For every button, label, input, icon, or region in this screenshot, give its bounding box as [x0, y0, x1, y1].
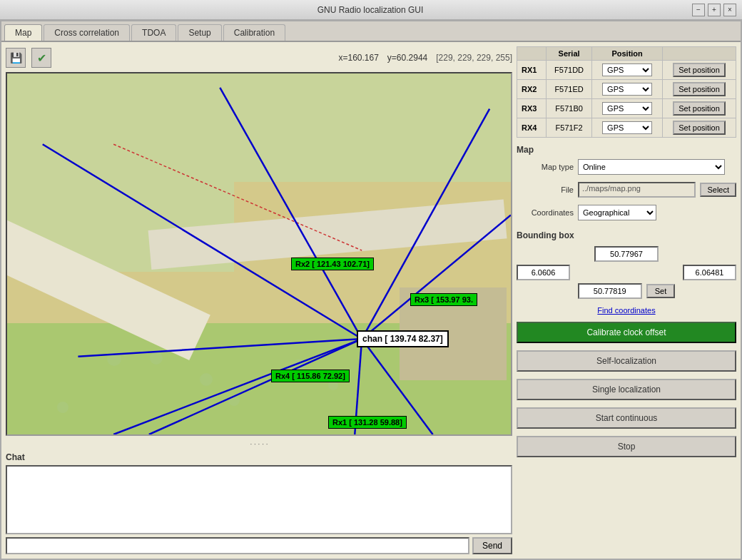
col-rx [517, 47, 547, 61]
chat-section: Chat Send [6, 452, 512, 554]
signal-lines-svg [7, 73, 511, 434]
svg-line-1 [43, 144, 362, 339]
rx2-label: Rx2 [ 121.43 102.71] [291, 258, 374, 270]
rx4-setpos[interactable]: Set position [663, 118, 736, 138]
rx4-position[interactable]: GPS [592, 118, 663, 138]
left-panel: 💾 ✔ x=160.167 y=60.2944 [229, 229, 229, … [6, 46, 512, 554]
file-label: File [517, 185, 574, 194]
main-window: Map Cross correlation TDOA Setup Calibra… [0, 20, 742, 560]
chat-label: Chat [6, 452, 512, 462]
map-area: chan [ 139.74 82.37] Rx2 [ 121.43 102.71… [7, 73, 511, 434]
rx3-setpos[interactable]: Set position [663, 99, 736, 118]
tab-bar: Map Cross correlation TDOA Setup Calibra… [1, 21, 741, 42]
rx4-id: RX4 [517, 118, 547, 138]
rx1-set-position-button[interactable]: Set position [673, 63, 725, 77]
rx2-position-select[interactable]: GPS [602, 83, 652, 96]
calibrate-button[interactable]: Calibrate clock offset [517, 322, 736, 343]
rx1-position[interactable]: GPS [592, 61, 663, 80]
rx3-set-position-button[interactable]: Set position [673, 101, 725, 116]
file-path: ../maps/map.png [578, 182, 696, 198]
rx3-serial: F571B0 [546, 99, 591, 118]
coords-display: x=160.167 y=60.2944 [229, 229, 229, 255] [338, 53, 512, 63]
rx3-position[interactable]: GPS [592, 99, 663, 118]
chat-input[interactable] [6, 537, 469, 554]
bbox-set-button[interactable]: Set [646, 284, 676, 298]
map-container[interactable]: chan [ 139.74 82.37] Rx2 [ 121.43 102.71… [6, 72, 512, 436]
self-localization-button[interactable]: Self-localization [517, 350, 736, 372]
rx-table: Serial Position RX1 F571DD GPS [517, 46, 736, 138]
tab-setup[interactable]: Setup [178, 24, 221, 41]
svg-line-4 [362, 215, 511, 339]
close-button[interactable]: × [723, 4, 736, 16]
map-section-label: Map [517, 145, 736, 155]
content-area: 💾 ✔ x=160.167 y=60.2944 [229, 229, 229, … [1, 42, 741, 559]
file-select-button[interactable]: Select [700, 183, 736, 197]
minimize-button[interactable]: − [692, 4, 705, 16]
map-type-row: Map type Online Offline [517, 159, 736, 175]
map-type-select[interactable]: Online Offline [578, 159, 725, 175]
rx1-position-select[interactable]: GPS [602, 63, 652, 76]
rx4-position-select[interactable]: GPS [602, 121, 652, 134]
coordinates-row: Coordinates Geographical [517, 205, 736, 220]
table-row: RX3 F571B0 GPS Set position [517, 99, 736, 118]
col-position: Position [592, 47, 663, 61]
maximize-button[interactable]: + [708, 4, 721, 16]
coordinates-select[interactable]: Geographical [578, 205, 656, 220]
tab-calibration[interactable]: Calibration [223, 24, 285, 41]
start-continuous-button[interactable]: Start continuous [517, 407, 736, 429]
coord-x: x=160.167 [338, 53, 378, 63]
save-button[interactable]: 💾 [6, 48, 26, 68]
file-row: File ../maps/map.png Select [517, 182, 736, 198]
chat-input-row: Send [6, 537, 512, 554]
rx4-set-position-button[interactable]: Set position [673, 121, 725, 135]
bbox-top-input[interactable] [594, 246, 659, 262]
rx3-label: Rx3 [ 153.97 93. [410, 293, 477, 306]
rx1-serial: F571DD [546, 61, 591, 80]
svg-line-0 [113, 144, 362, 250]
svg-line-8 [113, 339, 362, 434]
check-button[interactable]: ✔ [31, 48, 51, 68]
bbox-right-input[interactable] [683, 265, 736, 280]
rx3-position-select[interactable]: GPS [602, 102, 652, 115]
window-title: GNU Radio localization GUI [49, 5, 692, 15]
map-type-label: Map type [517, 163, 574, 171]
table-row: RX4 F571F2 GPS Set position [517, 118, 736, 138]
col-serial: Serial [546, 47, 591, 61]
chan-label: chan [ 139.74 82.37] [357, 330, 449, 347]
bbox-left-input[interactable] [517, 265, 570, 280]
rx2-setpos[interactable]: Set position [663, 80, 736, 99]
rx4-label: Rx4 [ 115.86 72.92] [271, 370, 350, 382]
col-action [663, 47, 736, 61]
tab-map[interactable]: Map [4, 24, 42, 41]
rx4-serial: F571F2 [546, 118, 591, 138]
bounding-box-section: Set [517, 246, 736, 299]
rx2-serial: F571ED [546, 80, 591, 99]
title-bar: GNU Radio localization GUI − + × [0, 0, 742, 20]
single-localization-button[interactable]: Single localization [517, 379, 736, 400]
rx1-id: RX1 [517, 61, 547, 80]
tab-cross-correlation[interactable]: Cross correlation [44, 24, 130, 41]
rx1-setpos[interactable]: Set position [663, 61, 736, 80]
svg-line-9 [78, 339, 362, 357]
map-toolbar: 💾 ✔ x=160.167 y=60.2944 [229, 229, 229, … [6, 46, 512, 69]
coord-rgba: [229, 229, 229, 255] [436, 53, 512, 63]
rx2-set-position-button[interactable]: Set position [673, 82, 725, 96]
rx3-id: RX3 [517, 99, 547, 118]
tab-tdoa[interactable]: TDOA [131, 24, 176, 41]
svg-line-2 [220, 88, 362, 339]
rx2-id: RX2 [517, 80, 547, 99]
bbox-bottom-input[interactable] [578, 283, 642, 299]
rx1-label: Rx1 [ 131.28 59.88] [328, 416, 407, 429]
bounding-box-label: Bounding box [517, 230, 736, 240]
chat-area [6, 465, 512, 534]
table-row: RX2 F571ED GPS Set position [517, 80, 736, 99]
table-row: RX1 F571DD GPS Set position [517, 61, 736, 80]
dots-separator: · · · · · [6, 439, 512, 449]
right-panel: Serial Position RX1 F571DD GPS [517, 46, 736, 554]
window-controls[interactable]: − + × [692, 4, 736, 16]
coordinates-label: Coordinates [517, 208, 574, 217]
find-coords-link[interactable]: Find coordinates [517, 306, 736, 315]
rx2-position[interactable]: GPS [592, 80, 663, 99]
send-button[interactable]: Send [472, 537, 512, 554]
stop-button[interactable]: Stop [517, 436, 736, 457]
